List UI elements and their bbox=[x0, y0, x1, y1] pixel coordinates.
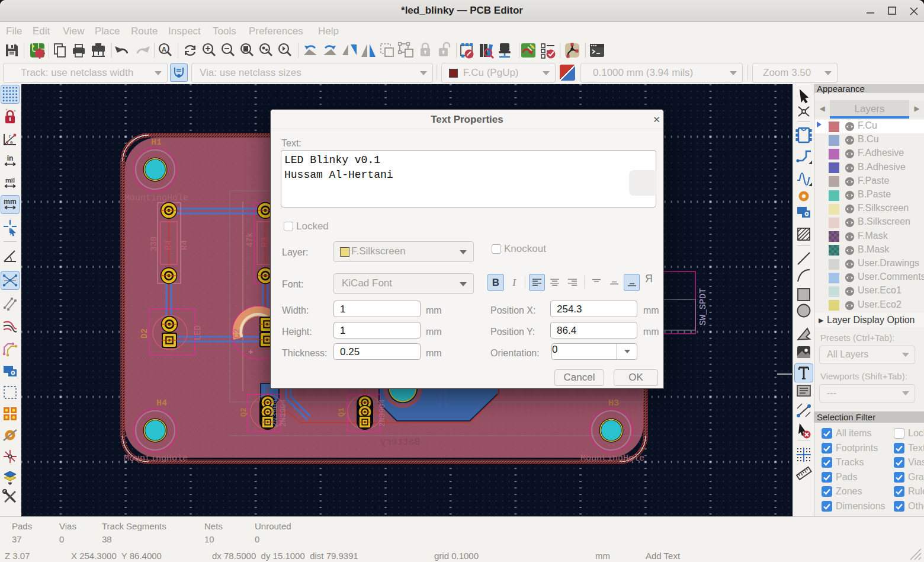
svg-text:Q1: Q1 bbox=[337, 407, 346, 417]
svg-text:A: A bbox=[162, 46, 166, 53]
svg-text:2N3904: 2N3904 bbox=[378, 399, 387, 427]
svg-text:MountingHole: MountingHole bbox=[580, 454, 644, 464]
svg-text:Q2: Q2 bbox=[239, 407, 248, 417]
svg-text:LED: LED bbox=[193, 325, 203, 340]
svg-text:47k: 47k bbox=[245, 232, 255, 247]
svg-text:2N3904: 2N3904 bbox=[271, 399, 280, 427]
svg-text:in: in bbox=[7, 154, 14, 162]
svg-text:MountingHole: MountingHole bbox=[124, 454, 188, 464]
svg-text:R4: R4 bbox=[179, 240, 189, 250]
svg-text:mil: mil bbox=[5, 177, 15, 184]
svg-text:H4: H4 bbox=[156, 398, 167, 408]
svg-text:H1: H1 bbox=[151, 138, 162, 148]
svg-text:SW_SPDT: SW_SPDT bbox=[698, 288, 708, 325]
svg-text:mm: mm bbox=[4, 197, 16, 206]
svg-text:D2: D2 bbox=[140, 328, 149, 339]
svg-text:330: 330 bbox=[149, 237, 159, 251]
svg-text:+: + bbox=[248, 347, 254, 357]
svg-text:MountingHole: MountingHole bbox=[124, 193, 188, 203]
svg-text:r: r bbox=[9, 133, 11, 139]
svg-text:C2: C2 bbox=[232, 328, 242, 339]
svg-text:2N3904: 2N3904 bbox=[279, 399, 288, 427]
svg-text:R4: R4 bbox=[163, 240, 173, 250]
svg-text:Battery: Battery bbox=[380, 437, 420, 448]
svg-text:θ: θ bbox=[10, 140, 13, 145]
svg-text:H3: H3 bbox=[608, 398, 619, 408]
svg-text:R3: R3 bbox=[260, 237, 270, 247]
